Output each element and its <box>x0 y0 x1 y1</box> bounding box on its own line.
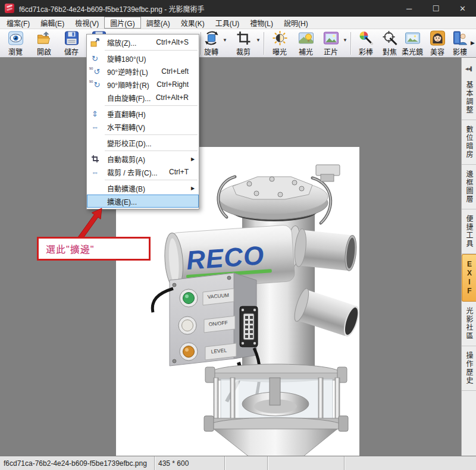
rotate-180-icon: ↻ <box>90 54 100 63</box>
window-title: f6cd71ca-76b2-4e24-b609-f5be1739efbc.png… <box>19 4 205 14</box>
reco-logo-text: RECO <box>186 240 265 275</box>
menu-item-expand-border[interactable]: 擴邊(E)... <box>87 195 199 208</box>
resize-icon <box>90 37 100 47</box>
menu-separator <box>105 50 198 51</box>
sidebar-tab-history[interactable]: 操作歷史 <box>462 346 476 391</box>
sidebar-tab-community[interactable]: 光影社區 <box>462 302 476 346</box>
rotate-icon <box>203 30 220 46</box>
status-bar: f6cd71ca-76b2-4e24-b609-f5be1739efbc.png… <box>0 456 476 470</box>
menu-view[interactable]: 檢視(V) <box>70 17 104 29</box>
menu-item-crop-cutout[interactable]: ⇔ 裁剪 / 去背(C)... Ctrl+T <box>87 165 199 178</box>
color-wand-icon <box>358 30 374 46</box>
toolbar: 瀏覽 開啟 儲存 另存 <box>0 29 476 58</box>
menu-adjust[interactable]: 調整(A) <box>141 17 176 29</box>
menu-item-resize[interactable]: 縮放(Z)... Ctrl+Alt+S <box>87 36 199 49</box>
toolbar-rotate-label: 旋轉 <box>204 46 218 57</box>
submenu-arrow-icon: ▶ <box>191 156 199 162</box>
auto-crop-icon <box>90 154 100 164</box>
menu-item-auto-crop[interactable]: 自動裁剪(A) ▶ <box>87 152 199 165</box>
status-filename: f6cd71ca-76b2-4e24-b609-f5be1739efbc.png <box>0 456 155 470</box>
toolbar-exposure-button[interactable]: 曝光 <box>266 30 293 57</box>
menu-image[interactable]: 圖片(G) <box>104 17 140 29</box>
menu-item-flip-horizontal[interactable]: ⇔ 水平翻轉(V) <box>87 120 199 133</box>
sidebar-tab-exif[interactable]: EXIF <box>462 254 476 302</box>
menu-item-free-rotate[interactable]: 自由旋轉(F)... Ctrl+Alt+R <box>87 91 199 104</box>
menu-item-rotate-ccw-90[interactable]: 90↺ 90°逆時針(L) Ctrl+Left <box>87 65 199 78</box>
submenu-arrow-icon: ▶ <box>191 186 199 191</box>
exposure-icon <box>272 30 288 46</box>
menu-help[interactable]: 說明(H) <box>278 17 314 29</box>
menu-item-deform-correction[interactable]: 變形校正(D)... <box>87 136 199 149</box>
menu-edit[interactable]: 編輯(E) <box>35 17 70 29</box>
toolbar-separator <box>264 32 265 55</box>
status-cell-empty <box>225 456 268 470</box>
menu-separator <box>105 134 198 135</box>
menu-item-rotate-180[interactable]: ↻ 旋轉180°(U) <box>87 52 199 65</box>
toolbar-color-wand-label: 彩棒 <box>359 46 373 57</box>
toolbar-browse-button[interactable]: 瀏覽 <box>2 30 29 57</box>
toolbar-open-label: 開啟 <box>37 46 51 57</box>
flip-horizontal-icon: ⇔ <box>90 122 100 131</box>
menu-gifts[interactable]: 禮物(L) <box>245 17 278 29</box>
toolbar-fill-light-label: 補光 <box>299 46 313 57</box>
app-logo-icon <box>5 4 14 13</box>
toolbar-browse-label: 瀏覽 <box>8 46 23 57</box>
toolbar-save-button[interactable]: 儲存 <box>58 30 85 57</box>
menu-bar: 檔案(F) 編輯(E) 檢視(V) 圖片(G) 調整(A) 效果(K) 工具(U… <box>0 17 476 29</box>
rotate-ccw-90-icon: 90↺ <box>90 67 100 76</box>
annotation-text: 選此"擴邊" <box>46 242 94 256</box>
status-cell-empty <box>268 456 345 470</box>
focus-icon <box>382 30 398 46</box>
menu-separator <box>105 151 198 151</box>
toolbar-positive-film-label: 正片 <box>324 46 338 57</box>
positive-film-dropdown-arrow[interactable]: ▼ <box>343 37 347 43</box>
menu-item-flip-vertical[interactable]: ⇕ 垂直翻轉(H) <box>87 107 199 120</box>
toolbar-overflow-arrow[interactable]: ▶ <box>471 40 475 46</box>
toolbar-focus-label: 對焦 <box>383 46 397 57</box>
application-window: f6cd71ca-76b2-4e24-b609-f5be1739efbc.png… <box>0 0 476 470</box>
title-bar: f6cd71ca-76b2-4e24-b609-f5be1739efbc.png… <box>0 0 476 17</box>
toolbar-crop-button[interactable]: 裁剪 <box>230 30 257 57</box>
toolbar-studio-button[interactable]: 影樓 <box>446 30 474 57</box>
sidebar-tab-basic-adjust[interactable]: 基本調整 <box>462 76 476 120</box>
image-menu-dropdown: 縮放(Z)... Ctrl+Alt+S ↻ 旋轉180°(U) 90↺ 90°逆… <box>86 34 199 209</box>
menu-file[interactable]: 檔案(F) <box>1 17 35 29</box>
sidebar-tab-digital-darkroom[interactable]: 數位暗房 <box>462 120 476 165</box>
menu-item-rotate-cw-90[interactable]: 90↻ 90°順時針(R) Ctrl+Right <box>87 78 199 91</box>
open-folder-icon <box>36 30 52 46</box>
menu-separator <box>105 105 198 106</box>
status-cell-empty <box>345 456 476 470</box>
flip-vertical-icon: ⇕ <box>90 109 100 118</box>
menu-item-auto-expand-border[interactable]: 自動擴邊(B) ▶ <box>87 181 199 195</box>
minimize-button[interactable]: ─ <box>396 0 422 17</box>
toolbar-rotate-button[interactable]: 旋轉 <box>198 30 225 57</box>
beauty-icon <box>430 30 446 46</box>
positive-film-icon <box>323 30 339 46</box>
menu-tools[interactable]: 工具(U) <box>210 17 245 29</box>
sidebar-tab-handy-tools[interactable]: 便捷工具 <box>462 209 476 254</box>
toolbar-studio-label: 影樓 <box>453 46 467 57</box>
studio-icon <box>452 30 468 46</box>
toolbar-separator <box>350 32 352 55</box>
toolbar-soft-lens-button[interactable]: 柔光鏡 <box>399 30 426 57</box>
menu-separator <box>105 180 198 180</box>
status-image-dimensions: 435 * 600 <box>155 456 225 470</box>
browse-eye-icon <box>8 30 24 46</box>
close-button[interactable]: ✕ <box>449 0 476 17</box>
toolbar-fill-light-button[interactable]: 補光 <box>292 30 320 57</box>
crop-dropdown-arrow[interactable]: ▼ <box>256 37 261 43</box>
annotation-callout: 選此"擴邊" <box>37 237 151 261</box>
crop-icon <box>236 30 252 46</box>
maximize-button[interactable]: ☐ <box>422 0 449 17</box>
right-sidebar: ◀◀▌ 基本調整 數位暗房 邊框圖層 便捷工具 EXIF 光影社區 操作歷史 <box>461 58 476 456</box>
toolbar-positive-film-button[interactable]: 正片 <box>317 30 345 57</box>
sidebar-collapse-button[interactable]: ◀◀▌ <box>462 62 476 76</box>
crop-cutout-icon: ⇔ <box>90 167 100 177</box>
rotate-dropdown-arrow[interactable]: ▼ <box>223 37 227 43</box>
rotate-cw-90-icon: 90↻ <box>90 80 100 89</box>
toolbar-open-button[interactable]: 開啟 <box>30 30 58 57</box>
menu-effects[interactable]: 效果(K) <box>176 17 210 29</box>
toolbar-exposure-label: 曝光 <box>273 46 287 57</box>
sidebar-tab-frame-layer[interactable]: 邊框圖層 <box>462 165 476 209</box>
fill-light-icon <box>298 30 314 46</box>
